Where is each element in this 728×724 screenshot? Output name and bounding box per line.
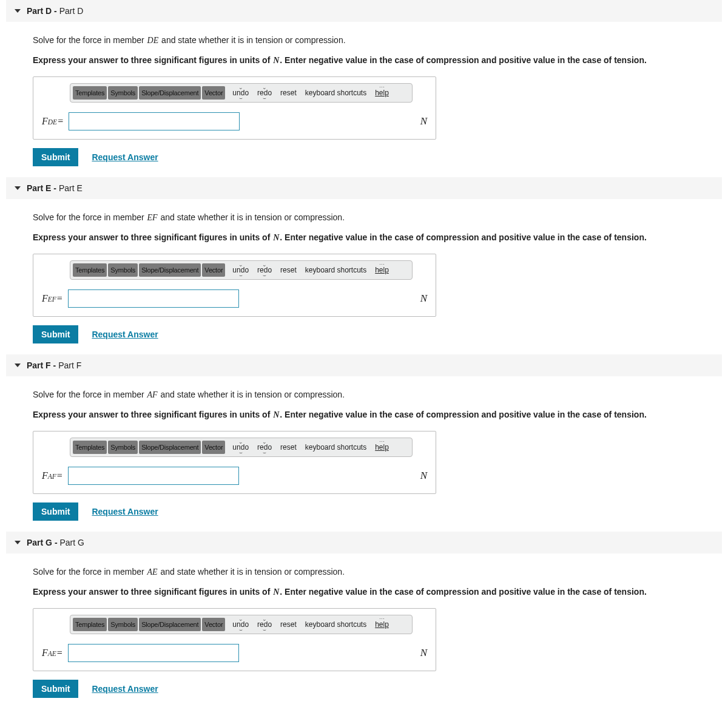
collapse-caret-icon[interactable] xyxy=(15,9,21,13)
redo-button[interactable]: ⌄redo⌣ xyxy=(254,263,275,277)
request-answer-link[interactable]: Request Answer xyxy=(92,684,158,694)
undo-button[interactable]: ⌄undo⌣ xyxy=(229,440,252,455)
slope-displacement-button[interactable]: Slope/Displacement xyxy=(139,86,201,100)
part-f-variable: FAF= xyxy=(42,470,63,481)
slope-displacement-button[interactable]: Slope/Displacement xyxy=(139,263,201,277)
symbols-button[interactable]: Symbols xyxy=(108,618,138,631)
part-e-instructions: Express your answer to three significant… xyxy=(33,231,722,244)
help-button[interactable]: ⋯help xyxy=(371,263,393,277)
reset-button[interactable]: reset xyxy=(277,440,300,455)
part-g-answer-input[interactable] xyxy=(68,644,239,662)
part-d-body: Solve for the force in member DE and sta… xyxy=(6,22,722,166)
part-d-input-row: FDE= N xyxy=(39,112,430,130)
prompt-post: and state whether it is in tension or co… xyxy=(159,35,345,45)
collapse-caret-icon[interactable] xyxy=(15,364,21,367)
templates-button[interactable]: Templates xyxy=(73,263,107,277)
toolbar-wrap: Templates Symbols Slope/Displacement Vec… xyxy=(70,615,430,634)
symbols-button[interactable]: Symbols xyxy=(108,263,138,277)
part-e-prompt: Solve for the force in member EF and sta… xyxy=(33,211,722,224)
part-d-header[interactable]: Part D - Part D xyxy=(6,0,722,22)
part-g-unit: N xyxy=(420,647,430,659)
part-e-answer-input[interactable] xyxy=(68,289,239,308)
toolbar-wrap: Templates Symbols Slope/Displacement Vec… xyxy=(70,260,430,280)
collapse-caret-icon[interactable] xyxy=(15,541,21,544)
part-d-prompt: Solve for the force in member DE and sta… xyxy=(33,34,722,47)
part-d-title-rest: Part D xyxy=(59,6,84,16)
part-g-block: Part G - Part G Solve for the force in m… xyxy=(6,532,722,698)
reset-button[interactable]: reset xyxy=(277,86,300,100)
help-button[interactable]: ⋯help xyxy=(371,617,393,632)
part-d-answer-box: Templates Symbols Slope/Displacement Vec… xyxy=(33,76,436,140)
request-answer-link[interactable]: Request Answer xyxy=(92,507,158,516)
part-f-title-rest: Part F xyxy=(58,360,81,370)
part-g-variable: FAE= xyxy=(42,648,63,658)
part-f-title: Part F - Part F xyxy=(27,360,81,370)
part-d-unit: N xyxy=(420,115,430,127)
part-g-instructions: Express your answer to three significant… xyxy=(33,586,722,598)
redo-button[interactable]: ⌄redo⌣ xyxy=(254,440,275,455)
keyboard-shortcuts-button[interactable]: keyboard shortcuts xyxy=(302,440,370,455)
part-d-title: Part D - Part D xyxy=(27,6,83,16)
toolbar-wrap: Templates Symbols Slope/Displacement Vec… xyxy=(70,83,430,103)
undo-button[interactable]: ⌄undo⌣ xyxy=(229,617,252,632)
part-d-instructions: Express your answer to three significant… xyxy=(33,54,722,67)
part-e-body: Solve for the force in member EF and sta… xyxy=(6,199,722,343)
equation-toolbar: Templates Symbols Slope/Displacement Vec… xyxy=(70,83,413,103)
vector-button[interactable]: Vector xyxy=(202,263,225,277)
part-e-header[interactable]: Part E - Part E xyxy=(6,177,722,199)
reset-button[interactable]: reset xyxy=(277,617,300,632)
part-g-actions: Submit Request Answer xyxy=(33,680,722,698)
slope-displacement-button[interactable]: Slope/Displacement xyxy=(139,618,201,631)
vector-button[interactable]: Vector xyxy=(202,86,225,100)
toolbar-wrap: Templates Symbols Slope/Displacement Vec… xyxy=(70,438,430,457)
request-answer-link[interactable]: Request Answer xyxy=(92,330,158,339)
request-answer-link[interactable]: Request Answer xyxy=(92,152,158,162)
vector-button[interactable]: Vector xyxy=(202,441,225,454)
part-f-input-row: FAF= N xyxy=(39,467,430,485)
submit-button[interactable]: Submit xyxy=(33,502,78,521)
part-f-actions: Submit Request Answer xyxy=(33,502,722,521)
help-button[interactable]: ⋯help xyxy=(371,86,393,100)
equation-toolbar: Templates Symbols Slope/Displacement Vec… xyxy=(70,615,413,634)
help-button[interactable]: ⋯help xyxy=(371,440,393,455)
part-e-variable: FEF= xyxy=(42,293,63,304)
part-e-input-row: FEF= N xyxy=(39,289,430,308)
prompt-member: DE xyxy=(147,36,160,45)
instr-unit: N xyxy=(272,56,280,65)
part-g-answer-box: Templates Symbols Slope/Displacement Vec… xyxy=(33,608,436,671)
templates-button[interactable]: Templates xyxy=(73,86,107,100)
undo-button[interactable]: ⌄undo⌣ xyxy=(229,86,252,100)
part-g-title-rest: Part G xyxy=(59,538,84,547)
submit-button[interactable]: Submit xyxy=(33,680,78,698)
vector-button[interactable]: Vector xyxy=(202,618,225,631)
submit-button[interactable]: Submit xyxy=(33,325,78,343)
reset-button[interactable]: reset xyxy=(277,263,300,277)
equation-toolbar: Templates Symbols Slope/Displacement Vec… xyxy=(70,260,413,280)
part-f-unit: N xyxy=(420,470,430,482)
templates-button[interactable]: Templates xyxy=(73,441,107,454)
part-g-title-bold: Part G - xyxy=(27,538,59,547)
keyboard-shortcuts-button[interactable]: keyboard shortcuts xyxy=(302,617,370,632)
keyboard-shortcuts-button[interactable]: keyboard shortcuts xyxy=(302,86,370,100)
redo-button[interactable]: ⌄redo⌣ xyxy=(254,86,275,100)
part-e-title: Part E - Part E xyxy=(27,183,83,193)
keyboard-shortcuts-button[interactable]: keyboard shortcuts xyxy=(302,263,370,277)
undo-button[interactable]: ⌄undo⌣ xyxy=(229,263,252,277)
part-g-title: Part G - Part G xyxy=(27,538,84,547)
symbols-button[interactable]: Symbols xyxy=(108,86,138,100)
part-g-header[interactable]: Part G - Part G xyxy=(6,532,722,553)
equation-toolbar: Templates Symbols Slope/Displacement Vec… xyxy=(70,438,413,457)
part-f-answer-input[interactable] xyxy=(68,467,239,485)
instr-pre: Express your answer to three significant… xyxy=(33,55,272,65)
part-f-prompt: Solve for the force in member AF and sta… xyxy=(33,388,722,401)
slope-displacement-button[interactable]: Slope/Displacement xyxy=(139,441,201,454)
prompt-pre: Solve for the force in member xyxy=(33,35,147,45)
instr-post: . Enter negative value in the case of co… xyxy=(280,55,647,65)
collapse-caret-icon[interactable] xyxy=(15,186,21,190)
redo-button[interactable]: ⌄redo⌣ xyxy=(254,617,275,632)
submit-button[interactable]: Submit xyxy=(33,148,78,166)
symbols-button[interactable]: Symbols xyxy=(108,441,138,454)
templates-button[interactable]: Templates xyxy=(73,618,107,631)
part-d-answer-input[interactable] xyxy=(69,112,240,130)
part-f-header[interactable]: Part F - Part F xyxy=(6,354,722,376)
